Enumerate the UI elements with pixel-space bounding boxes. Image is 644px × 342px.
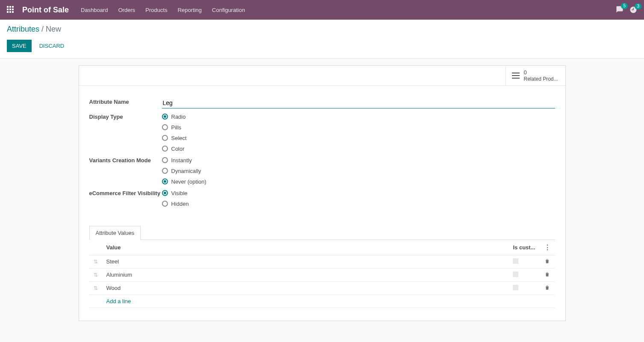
related-products-button[interactable]: 0 Related Prod... — [506, 66, 565, 85]
is-custom-cell[interactable] — [509, 268, 539, 281]
attribute-name-label: Attribute Name — [89, 96, 162, 111]
value-cell[interactable]: Aluminium — [102, 268, 509, 281]
display-type-option-label: Select — [171, 135, 187, 141]
display-type-option[interactable]: Pills — [162, 124, 555, 131]
ecom-visibility-group: VisibleHidden — [162, 190, 555, 207]
is-custom-cell[interactable] — [509, 255, 539, 268]
col-menu[interactable]: ⋮ — [540, 240, 555, 255]
ecom-visibility-label: eCommerce Filter Visibility — [89, 187, 162, 210]
stat-label: Related Prod... — [524, 76, 558, 82]
attribute-values-table: Value Is cust... ⋮ SteelAluminiumWoodAdd… — [89, 240, 555, 308]
nav-right: 5 3 — [616, 6, 637, 15]
stat-text: 0 Related Prod... — [524, 69, 558, 82]
ecom-visibility-option[interactable]: Hidden — [162, 201, 555, 207]
col-is-custom[interactable]: Is cust... — [509, 240, 539, 255]
display-type-label: Display Type — [89, 111, 162, 155]
radio-icon[interactable] — [162, 190, 168, 196]
nav-configuration[interactable]: Configuration — [212, 7, 245, 13]
table-row[interactable]: Wood — [89, 281, 555, 295]
variants-mode-option[interactable]: Instantly — [162, 157, 555, 164]
form-body: Attribute Name Display Type RadioPillsSe… — [79, 86, 565, 321]
col-handle — [89, 240, 102, 255]
variants-mode-option[interactable]: Never (option) — [162, 178, 555, 185]
display-type-option[interactable]: Color — [162, 146, 555, 152]
app-brand[interactable]: Point of Sale — [22, 6, 69, 15]
stat-count: 0 — [524, 69, 558, 76]
breadcrumb-current: New — [46, 25, 61, 33]
checkbox-icon[interactable] — [513, 272, 518, 277]
radio-icon[interactable] — [162, 114, 168, 120]
display-type-group: RadioPillsSelectColor — [162, 114, 555, 152]
table-row[interactable]: Aluminium — [89, 268, 555, 281]
display-type-option[interactable]: Radio — [162, 114, 555, 120]
checkbox-icon[interactable] — [513, 258, 518, 264]
delete-icon[interactable] — [544, 272, 550, 278]
add-line-row[interactable]: Add a line — [89, 295, 555, 307]
add-line-label[interactable]: Add a line — [102, 295, 509, 307]
radio-icon[interactable] — [162, 178, 168, 184]
variants-mode-option-label: Instantly — [171, 157, 192, 164]
variants-mode-option[interactable]: Dynamically — [162, 168, 555, 174]
display-type-option-label: Pills — [171, 124, 182, 131]
radio-icon[interactable] — [162, 157, 168, 163]
form-sheet: 0 Related Prod... Attribute Name Display… — [79, 65, 566, 321]
tab-attribute-values[interactable]: Attribute Values — [89, 226, 141, 240]
display-type-option-label: Color — [171, 146, 185, 152]
discard-button[interactable]: DISCARD — [36, 40, 68, 52]
variants-mode-label: Variants Creation Mode — [89, 155, 162, 187]
form-container: 0 Related Prod... Attribute Name Display… — [0, 58, 644, 328]
kebab-icon[interactable]: ⋮ — [544, 244, 551, 251]
activities-badge: 3 — [635, 3, 641, 9]
is-custom-cell[interactable] — [509, 281, 539, 295]
table-row[interactable]: Steel — [89, 255, 555, 268]
nav-dashboard[interactable]: Dashboard — [81, 7, 108, 13]
save-button[interactable]: SAVE — [7, 40, 32, 52]
radio-icon[interactable] — [162, 168, 168, 174]
breadcrumb-parent[interactable]: Attributes — [7, 25, 39, 33]
value-cell[interactable]: Steel — [102, 255, 509, 268]
ecom-visibility-option[interactable]: Visible — [162, 190, 555, 196]
action-buttons: SAVE DISCARD — [7, 40, 637, 52]
list-icon — [512, 73, 520, 79]
messages-icon[interactable]: 5 — [616, 6, 623, 15]
nav-items: Dashboard Orders Products Reporting Conf… — [81, 7, 245, 13]
delete-icon[interactable] — [544, 285, 550, 292]
variants-mode-option-label: Dynamically — [171, 168, 201, 174]
variants-mode-option-label: Never (option) — [171, 178, 206, 185]
top-nav: Point of Sale Dashboard Orders Products … — [0, 0, 644, 20]
checkbox-icon[interactable] — [513, 285, 518, 290]
radio-icon[interactable] — [162, 201, 168, 207]
form-table: Attribute Name Display Type RadioPillsSe… — [89, 96, 555, 210]
nav-reporting[interactable]: Reporting — [178, 7, 202, 13]
attribute-name-input[interactable] — [162, 99, 555, 108]
activities-icon[interactable]: 3 — [629, 6, 637, 14]
messages-badge: 5 — [621, 3, 628, 9]
stat-bar: 0 Related Prod... — [79, 66, 565, 86]
display-type-option-label: Radio — [171, 114, 186, 120]
breadcrumb-sep: / — [41, 25, 44, 33]
nav-products[interactable]: Products — [145, 7, 167, 13]
radio-icon[interactable] — [162, 124, 168, 130]
radio-icon[interactable] — [162, 146, 168, 152]
control-panel: Attributes / New SAVE DISCARD — [0, 20, 644, 58]
delete-icon[interactable] — [544, 259, 550, 265]
display-type-option[interactable]: Select — [162, 135, 555, 141]
value-cell[interactable]: Wood — [102, 281, 509, 295]
tabs: Attribute Values — [89, 226, 555, 240]
ecom-visibility-option-label: Visible — [171, 190, 188, 196]
radio-icon[interactable] — [162, 135, 168, 141]
ecom-visibility-option-label: Hidden — [171, 201, 189, 207]
breadcrumb: Attributes / New — [7, 25, 637, 34]
nav-orders[interactable]: Orders — [118, 7, 135, 13]
col-value[interactable]: Value — [102, 240, 509, 255]
variants-mode-group: InstantlyDynamicallyNever (option) — [162, 157, 555, 185]
apps-icon[interactable] — [7, 6, 15, 14]
